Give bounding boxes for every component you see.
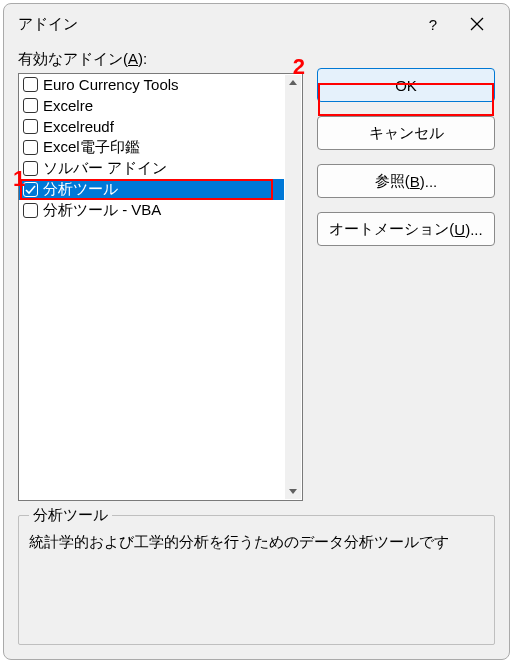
dialog-body: 有効なアドイン(A): Euro Currency ToolsExcelreEx… [4,44,509,659]
checkbox[interactable] [23,98,38,113]
ok-button[interactable]: OK [317,68,495,102]
scroll-up-button[interactable] [285,75,301,91]
browse-button[interactable]: 参照(B)... [317,164,495,198]
addins-list-wrap: Euro Currency ToolsExcelreExcelreudfExce… [18,73,303,501]
browse-accel: B [410,173,420,190]
scroll-down-button[interactable] [285,483,301,499]
chevron-down-icon [289,487,297,495]
checkbox[interactable] [23,119,38,134]
list-item[interactable]: 分析ツール [19,179,284,200]
description-panel: 分析ツール 統計学的および工学的分析を行うためのデータ分析ツールです [18,515,495,645]
list-item[interactable]: ソルバー アドイン [19,158,284,179]
check-icon [25,184,36,195]
browse-prefix: 参照( [375,172,410,191]
chevron-up-icon [289,79,297,87]
automation-prefix: オートメーション( [329,220,454,239]
ok-button-label: OK [395,77,417,94]
list-item-label: Excelreudf [43,118,114,135]
addins-label-accel: A [128,50,138,67]
list-item-label: 分析ツール [43,180,118,199]
svg-marker-3 [289,489,297,494]
addins-label-prefix: 有効なアドイン( [18,50,128,67]
addins-listbox[interactable]: Euro Currency ToolsExcelreExcelreudfExce… [18,73,303,501]
browse-suffix: )... [420,173,438,190]
checkbox[interactable] [23,161,38,176]
checkbox[interactable] [23,77,38,92]
list-item-label: Euro Currency Tools [43,76,179,93]
description-text: 統計学的および工学的分析を行うためのデータ分析ツールです [29,533,484,552]
list-item-label: ソルバー アドイン [43,159,167,178]
svg-marker-2 [289,80,297,85]
automation-suffix: )... [465,221,483,238]
list-item[interactable]: Euro Currency Tools [19,74,284,95]
list-item-label: Excel電子印鑑 [43,138,140,157]
close-icon [470,17,484,31]
right-column: OK キャンセル 参照(B)... オートメーション(U)... [317,50,495,501]
close-button[interactable] [455,10,499,38]
list-item[interactable]: Excel電子印鑑 [19,137,284,158]
cancel-button[interactable]: キャンセル [317,116,495,150]
list-item-label: Excelre [43,97,93,114]
addins-label-suffix: ): [138,50,147,67]
list-item-label: 分析ツール - VBA [43,201,161,220]
scrollbar[interactable] [285,75,301,499]
left-column: 有効なアドイン(A): Euro Currency ToolsExcelreEx… [18,50,303,501]
titlebar: アドイン ? [4,4,509,44]
addins-dialog: アドイン ? 有効なアドイン(A): Euro Currency ToolsEx… [3,3,510,660]
list-item[interactable]: Excelre [19,95,284,116]
list-item[interactable]: Excelreudf [19,116,284,137]
top-row: 有効なアドイン(A): Euro Currency ToolsExcelreEx… [18,50,495,501]
help-button[interactable]: ? [411,10,455,38]
checkbox[interactable] [23,140,38,155]
dialog-title: アドイン [18,15,411,34]
checkbox[interactable] [23,203,38,218]
automation-accel: U [454,221,465,238]
description-title: 分析ツール [29,506,112,525]
addins-label: 有効なアドイン(A): [18,50,303,69]
cancel-button-label: キャンセル [369,124,444,143]
automation-button[interactable]: オートメーション(U)... [317,212,495,246]
list-item[interactable]: 分析ツール - VBA [19,200,284,221]
checkbox[interactable] [23,182,38,197]
